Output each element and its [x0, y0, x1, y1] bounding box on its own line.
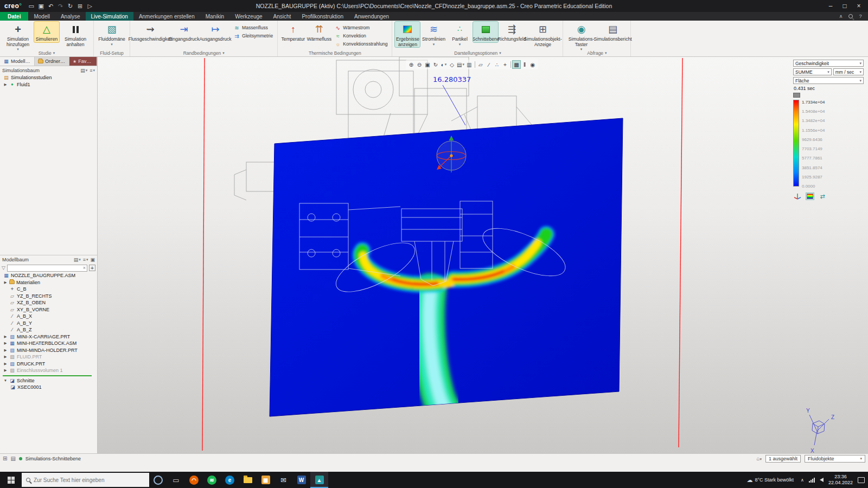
start-button[interactable]: [0, 472, 22, 488]
csys-display-icon[interactable]: +: [501, 61, 509, 68]
model-window-icon[interactable]: ⊞: [3, 455, 7, 461]
taskbar-app-creo[interactable]: ▲: [310, 472, 328, 488]
datum-axes-icon[interactable]: ∕: [485, 61, 493, 68]
undo-icon[interactable]: ↶: [46, 2, 56, 10]
result-field-select[interactable]: Geschwindigkeit▾: [793, 60, 864, 67]
stop-simulation-button[interactable]: Simulation anhalten: [60, 22, 91, 47]
tree-item-xsec[interactable]: ◪XSEC0001: [0, 384, 97, 391]
add-filter-button[interactable]: +: [89, 265, 95, 271]
particles-button[interactable]: ∴ Partikel▾: [447, 22, 472, 46]
tree-item-plane-yz[interactable]: ▱YZ_B_RECHTS: [0, 293, 97, 300]
taskbar-clock[interactable]: 23:36 22.04.2022: [828, 474, 853, 486]
redo-icon[interactable]: ↷: [56, 2, 66, 10]
tab-manikin[interactable]: Manikin: [200, 12, 229, 21]
window-icon[interactable]: ⊞: [75, 2, 85, 10]
display-mode-select[interactable]: Fläche▾: [793, 77, 864, 84]
tab-profilkonstruktion[interactable]: Profilkonstruktion: [296, 12, 349, 21]
simulation-display-icon[interactable]: ▩: [513, 61, 520, 68]
tree-item-druck[interactable]: ▶▧DRUCK.PRT: [0, 361, 97, 368]
group-label-abfrage[interactable]: Abfrage: [587, 50, 603, 56]
saved-orientations-icon[interactable]: ▤▾: [456, 61, 465, 68]
tab-modell[interactable]: Modell: [28, 12, 55, 21]
tab-ordner-browser[interactable]: Ordner-Browser: [35, 57, 69, 66]
tab-anwendungen[interactable]: Anwendungen: [349, 12, 394, 21]
view-manager-icon[interactable]: ▥: [465, 61, 473, 68]
convection-radiation-button[interactable]: ☼ Konvektionsstrahlung: [333, 40, 389, 48]
tree-item-plane-xy[interactable]: ▱XY_B_VORNE: [0, 306, 97, 313]
zoom-in-icon[interactable]: ⊕: [407, 61, 415, 68]
minimize-button[interactable]: –: [824, 1, 838, 11]
insert-indicator[interactable]: [3, 375, 92, 376]
search-input[interactable]: [34, 477, 145, 483]
taskbar-app-edge[interactable]: e: [221, 472, 239, 488]
show-results-button[interactable]: Ergebnisse anzeigen: [395, 22, 420, 47]
tree-filter-input[interactable]: [9, 265, 82, 271]
tree-item-minda-holder[interactable]: ▶▧MINI-MINDA-HOLDER.PRT: [0, 347, 97, 354]
sim-tree-fluid1[interactable]: ▶ ● Fluid1: [0, 81, 97, 88]
tree-item-axis-y[interactable]: ∕A_B_Y: [0, 320, 97, 327]
temperature-button[interactable]: ↑ Temperatur: [280, 22, 305, 42]
zoom-out-icon[interactable]: ⊖: [416, 61, 423, 68]
browser-toggle-icon[interactable]: ▤: [10, 455, 15, 461]
repaint-icon[interactable]: ↻: [432, 61, 439, 68]
triad-toggle-icon[interactable]: [793, 192, 802, 200]
flow-velocity-button[interactable]: ⇝ Flussgeschwindigkeit: [133, 22, 168, 42]
tab-werkzeuge[interactable]: Werkzeuge: [229, 12, 267, 21]
help-icon[interactable]: ?: [856, 13, 865, 20]
slip-symmetry-button[interactable]: ⇉ Gleitsymmetrie: [232, 32, 275, 40]
tab-analyse[interactable]: Analyse: [55, 12, 86, 21]
network-icon[interactable]: [809, 477, 815, 483]
refresh-legend-icon[interactable]: ⇄: [818, 192, 827, 200]
expand-icon[interactable]: ▶: [3, 335, 8, 339]
open-icon[interactable]: ▭: [27, 2, 36, 10]
tree-view-icon[interactable]: ≡▾: [90, 68, 95, 73]
unit-select[interactable]: mm / sec▾: [833, 68, 864, 75]
tree-item-carriage[interactable]: ▶▧MINI-X-CARRIAGE.PRT: [0, 333, 97, 341]
taskbar-app-explorer[interactable]: [239, 472, 257, 488]
legend-options-button[interactable]: [793, 93, 800, 98]
tab-favoriten[interactable]: ★ Favoriten: [69, 57, 97, 66]
simulation-probe-button[interactable]: ◉ Simulations-Taster▾: [566, 22, 596, 52]
group-label-studie[interactable]: Studie: [39, 50, 52, 56]
simulation-object-display-button[interactable]: ⊞ Simulationsobjekt-Anzeige: [525, 22, 560, 47]
perspective-icon[interactable]: ◇: [448, 61, 456, 68]
tree-item-materialien[interactable]: ▶Materialien: [0, 279, 97, 286]
display-style-icon[interactable]: ◐▾: [440, 61, 448, 68]
pause-display-icon[interactable]: ‖: [521, 61, 528, 68]
simulation-report-button[interactable]: ▤ Simulationsbericht: [597, 22, 628, 42]
add-simulation-button[interactable]: + Simulation hinzufügen▾: [3, 22, 33, 52]
tree-item-heaterblock[interactable]: ▶▦MINI-HEATERBLOCK.ASM: [0, 340, 97, 347]
mass-flow-button[interactable]: ≋ Massenfluss: [232, 24, 275, 31]
search-tools-icon[interactable]: ⌂▾: [756, 455, 762, 461]
command-search-icon[interactable]: [846, 13, 855, 20]
expand-icon[interactable]: ▶: [3, 368, 8, 373]
graphics-viewport[interactable]: Y Z X ⊕ ⊖ ▣ ↻ ◐▾ ◇ ▤▾ ▥ ▱ ∕ ∴ + ▩ ‖ ◉ 16…: [98, 57, 868, 453]
tab-modellbaum[interactable]: ▦ Modellbaum: [0, 57, 35, 66]
datum-planes-icon[interactable]: ▱: [477, 61, 484, 68]
tree-item-einschlussvolumen[interactable]: ▶▨Einschlussvolumen 1: [0, 367, 97, 374]
expand-icon[interactable]: ▶: [3, 362, 8, 366]
vector-field-button[interactable]: ⇶ Richtungsfeld: [499, 22, 524, 42]
aggregation-select[interactable]: SUMME▾: [793, 68, 832, 75]
volume-icon[interactable]: [820, 478, 824, 482]
regenerate-icon[interactable]: ↻: [66, 2, 75, 10]
collapse-ribbon-icon[interactable]: ∧: [837, 13, 845, 20]
play-icon[interactable]: ▷: [85, 2, 95, 10]
expand-icon[interactable]: ▶: [3, 341, 8, 345]
tree-item-axis-x[interactable]: ∕A_B_X: [0, 313, 97, 320]
tree-item-plane-xz[interactable]: ▱XZ_B_OBEN: [0, 299, 97, 306]
tree-item-fluid-part[interactable]: ▶▧FLUID.PRT: [0, 354, 97, 361]
outlet-pressure-button[interactable]: ↦ Ausgangsdruck: [200, 22, 231, 42]
datum-points-icon[interactable]: ∴: [493, 61, 501, 68]
maximize-button[interactable]: □: [838, 1, 852, 11]
expand-icon[interactable]: ▶: [3, 280, 8, 285]
group-label-darstellung[interactable]: Darstellungsoptionen: [454, 50, 497, 56]
tab-ansicht[interactable]: Ansicht: [268, 12, 297, 21]
tree-item-schnitte[interactable]: ▼◪Schnitte: [0, 377, 97, 384]
fluid-domain-button[interactable]: ▧ Fluiddomäne▾: [97, 22, 127, 46]
collapse-icon[interactable]: ▼: [3, 378, 8, 382]
legend-style-icon[interactable]: [806, 192, 814, 200]
tree-item-assembly[interactable]: ▦NOZZLE_BAUGRUPPE.ASM: [0, 272, 97, 279]
group-label-randbedingungen[interactable]: Randbedingungen: [183, 50, 221, 56]
refit-icon[interactable]: ▣: [424, 61, 431, 68]
